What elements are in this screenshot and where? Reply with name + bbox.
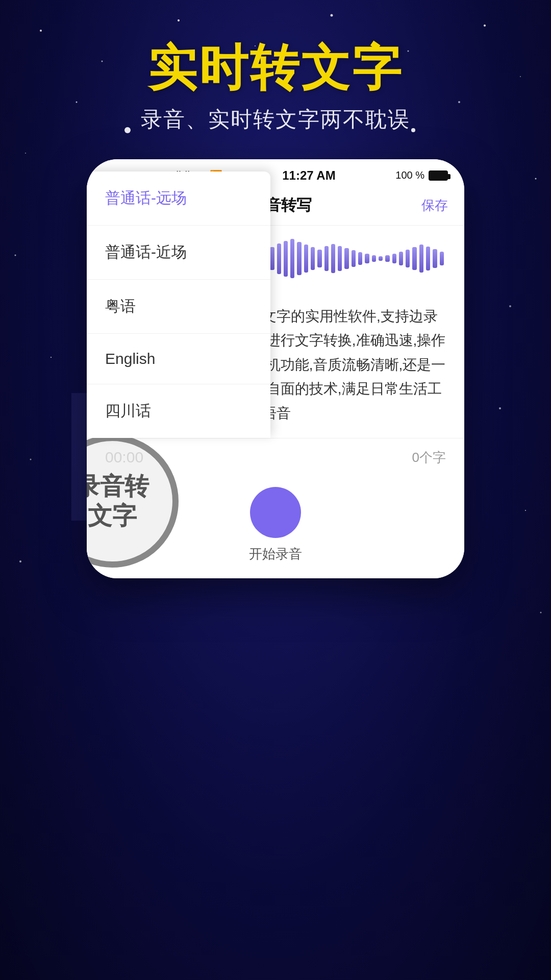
- wave-bar: [317, 250, 321, 267]
- wave-bar: [440, 252, 444, 265]
- phone-mockup: Applidium 📶 11:27 AM 100 % ‹ 实时语音转写 保存 是…: [87, 159, 464, 578]
- content-section: 是一款支持实时录音转换文字的实用性软件,支持边录音一边转档,上传音频文件进行文字…: [87, 292, 464, 438]
- language-dropdown: 普通话-远场 普通话-近场 粤语 English 四川话: [87, 172, 270, 438]
- dropdown-item-4[interactable]: 四川话: [87, 384, 270, 438]
- wave-bar: [412, 247, 416, 270]
- dropdown-item-2[interactable]: 粤语: [87, 280, 270, 334]
- wave-bar: [419, 244, 423, 273]
- svg-point-10: [25, 153, 26, 154]
- wave-bar: [331, 244, 335, 273]
- wave-bar: [304, 244, 308, 273]
- wave-bar: [365, 254, 369, 263]
- wave-bar: [379, 256, 383, 261]
- dropdown-item-1[interactable]: 普通话-近场: [87, 226, 270, 280]
- record-button[interactable]: [250, 487, 301, 538]
- wave-bar: [277, 243, 281, 274]
- wave-bar: [385, 255, 389, 262]
- wave-bar: [358, 252, 362, 265]
- hero-subtitle: 录音、实时转文字两不耽误: [0, 105, 551, 134]
- record-label: 开始录音: [249, 545, 302, 563]
- wave-bar: [324, 246, 329, 271]
- wave-bar: [372, 255, 376, 262]
- dropdown-item-0[interactable]: 普通话-远场: [87, 172, 270, 226]
- save-button[interactable]: 保存: [421, 197, 448, 214]
- magnifier: 录音转文字: [87, 435, 219, 578]
- wave-bar: [297, 242, 301, 275]
- wave-bar: [426, 247, 430, 271]
- wave-bar: [284, 241, 288, 277]
- battery-percent: 100 %: [395, 169, 424, 181]
- wave-bar: [344, 248, 348, 269]
- hero-title: 实时转文字: [0, 41, 551, 95]
- battery-icon: [429, 170, 448, 181]
- wave-bar: [406, 250, 410, 267]
- wave-bar: [352, 250, 356, 267]
- wave-bar: [433, 249, 437, 268]
- status-time: 11:27 AM: [282, 168, 335, 183]
- status-right: 100 %: [395, 169, 448, 181]
- wave-bar: [338, 246, 342, 271]
- wave-bar: [270, 247, 274, 270]
- wave-bar: [311, 247, 315, 270]
- magnifier-text: 录音转文字: [87, 472, 149, 530]
- svg-point-20: [540, 612, 542, 614]
- wave-bar: [392, 254, 396, 263]
- wave-bar: [290, 239, 294, 278]
- magnifier-glass: 录音转文字: [87, 435, 179, 568]
- dropdown-item-3[interactable]: English: [87, 334, 270, 384]
- wave-bar: [399, 252, 403, 265]
- word-count: 0个字: [412, 449, 446, 467]
